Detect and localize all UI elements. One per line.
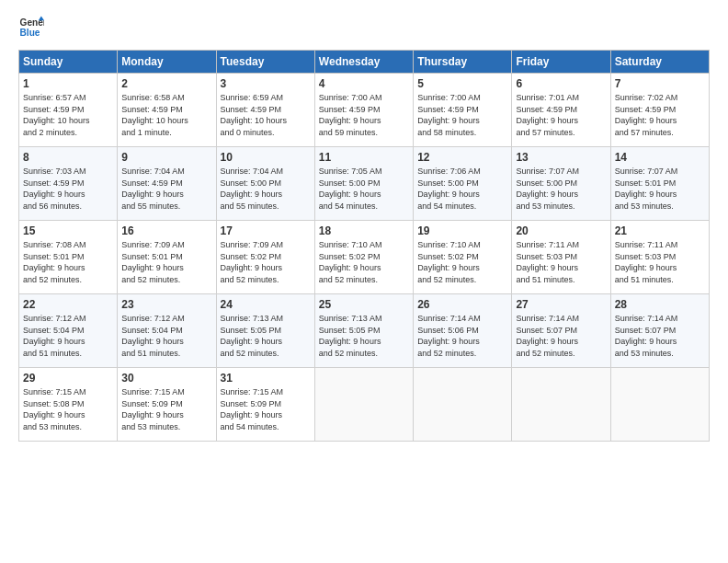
day-number: 28	[615, 298, 705, 311]
day-number: 18	[319, 224, 409, 237]
calendar-cell: 12Sunrise: 7:06 AMSunset: 5:00 PMDayligh…	[414, 147, 512, 221]
calendar-cell: 20Sunrise: 7:11 AMSunset: 5:03 PMDayligh…	[512, 221, 610, 294]
day-info: Sunrise: 6:59 AMSunset: 4:59 PMDaylight:…	[221, 92, 311, 138]
day-info: Sunrise: 7:15 AMSunset: 5:09 PMDaylight:…	[221, 386, 311, 432]
day-info: Sunrise: 7:07 AMSunset: 5:01 PMDaylight:…	[615, 166, 705, 212]
day-info: Sunrise: 7:09 AMSunset: 5:02 PMDaylight:…	[221, 239, 311, 285]
logo-icon: General Blue	[18, 15, 44, 40]
calendar-cell: 2Sunrise: 6:58 AMSunset: 4:59 PMDaylight…	[118, 74, 216, 147]
day-number: 9	[121, 151, 211, 164]
day-info: Sunrise: 7:06 AMSunset: 5:00 PMDaylight:…	[417, 166, 507, 212]
day-number: 21	[615, 224, 705, 237]
calendar-cell: 9Sunrise: 7:04 AMSunset: 4:59 PMDaylight…	[118, 147, 216, 221]
calendar-cell: 30Sunrise: 7:15 AMSunset: 5:09 PMDayligh…	[118, 368, 216, 442]
calendar-cell: 18Sunrise: 7:10 AMSunset: 5:02 PMDayligh…	[314, 221, 413, 294]
calendar-cell: 14Sunrise: 7:07 AMSunset: 5:01 PMDayligh…	[610, 147, 709, 221]
day-info: Sunrise: 7:13 AMSunset: 5:05 PMDaylight:…	[221, 313, 311, 359]
calendar-week-row: 8Sunrise: 7:03 AMSunset: 4:59 PMDaylight…	[19, 147, 710, 221]
day-number: 4	[319, 77, 409, 90]
weekday-header: Sunday	[19, 51, 118, 74]
weekday-header: Tuesday	[216, 51, 314, 74]
day-info: Sunrise: 7:15 AMSunset: 5:09 PMDaylight:…	[121, 386, 211, 432]
day-number: 24	[221, 298, 311, 311]
weekday-header: Friday	[512, 51, 610, 74]
day-info: Sunrise: 7:00 AMSunset: 4:59 PMDaylight:…	[319, 92, 409, 138]
calendar-cell: 19Sunrise: 7:10 AMSunset: 5:02 PMDayligh…	[414, 221, 512, 294]
day-number: 7	[615, 77, 705, 90]
calendar-cell: 25Sunrise: 7:13 AMSunset: 5:05 PMDayligh…	[314, 294, 413, 368]
day-number: 19	[417, 224, 507, 237]
calendar-cell: 11Sunrise: 7:05 AMSunset: 5:00 PMDayligh…	[314, 147, 413, 221]
day-number: 23	[121, 298, 211, 311]
calendar-cell: 29Sunrise: 7:15 AMSunset: 5:08 PMDayligh…	[19, 368, 118, 442]
header-row: SundayMondayTuesdayWednesdayThursdayFrid…	[19, 51, 710, 74]
day-info: Sunrise: 6:58 AMSunset: 4:59 PMDaylight:…	[121, 92, 211, 138]
calendar-cell: 23Sunrise: 7:12 AMSunset: 5:04 PMDayligh…	[118, 294, 216, 368]
day-number: 25	[319, 298, 409, 311]
calendar-cell	[512, 368, 610, 442]
day-info: Sunrise: 7:12 AMSunset: 5:04 PMDaylight:…	[121, 313, 211, 359]
weekday-header: Saturday	[610, 51, 709, 74]
calendar-cell: 28Sunrise: 7:14 AMSunset: 5:07 PMDayligh…	[610, 294, 709, 368]
page: General Blue SundayMondayTuesdayWednesda…	[0, 0, 728, 563]
day-number: 6	[516, 77, 606, 90]
day-info: Sunrise: 7:07 AMSunset: 5:00 PMDaylight:…	[516, 166, 606, 212]
day-info: Sunrise: 7:14 AMSunset: 5:07 PMDaylight:…	[615, 313, 705, 359]
logo: General Blue	[18, 15, 44, 40]
calendar-week-row: 29Sunrise: 7:15 AMSunset: 5:08 PMDayligh…	[19, 368, 710, 442]
calendar-cell: 16Sunrise: 7:09 AMSunset: 5:01 PMDayligh…	[118, 221, 216, 294]
calendar-cell: 31Sunrise: 7:15 AMSunset: 5:09 PMDayligh…	[216, 368, 314, 442]
day-number: 17	[221, 224, 311, 237]
calendar-cell: 13Sunrise: 7:07 AMSunset: 5:00 PMDayligh…	[512, 147, 610, 221]
day-info: Sunrise: 7:11 AMSunset: 5:03 PMDaylight:…	[615, 239, 705, 285]
day-number: 8	[23, 151, 113, 164]
calendar-week-row: 22Sunrise: 7:12 AMSunset: 5:04 PMDayligh…	[19, 294, 710, 368]
day-number: 14	[615, 151, 705, 164]
day-info: Sunrise: 7:10 AMSunset: 5:02 PMDaylight:…	[417, 239, 507, 285]
calendar-cell: 22Sunrise: 7:12 AMSunset: 5:04 PMDayligh…	[19, 294, 118, 368]
calendar-cell: 4Sunrise: 7:00 AMSunset: 4:59 PMDaylight…	[314, 74, 413, 147]
calendar-cell: 7Sunrise: 7:02 AMSunset: 4:59 PMDaylight…	[610, 74, 709, 147]
day-number: 10	[221, 151, 311, 164]
day-info: Sunrise: 7:04 AMSunset: 5:00 PMDaylight:…	[221, 166, 311, 212]
day-info: Sunrise: 7:12 AMSunset: 5:04 PMDaylight:…	[23, 313, 113, 359]
calendar-cell: 26Sunrise: 7:14 AMSunset: 5:06 PMDayligh…	[414, 294, 512, 368]
calendar-cell: 8Sunrise: 7:03 AMSunset: 4:59 PMDaylight…	[19, 147, 118, 221]
day-info: Sunrise: 7:01 AMSunset: 4:59 PMDaylight:…	[516, 92, 606, 138]
calendar-table: SundayMondayTuesdayWednesdayThursdayFrid…	[18, 50, 710, 442]
header: General Blue	[18, 15, 710, 40]
calendar-cell: 24Sunrise: 7:13 AMSunset: 5:05 PMDayligh…	[216, 294, 314, 368]
day-number: 12	[417, 151, 507, 164]
day-number: 27	[516, 298, 606, 311]
day-info: Sunrise: 7:10 AMSunset: 5:02 PMDaylight:…	[319, 239, 409, 285]
day-number: 11	[319, 151, 409, 164]
weekday-header: Thursday	[414, 51, 512, 74]
day-info: Sunrise: 7:02 AMSunset: 4:59 PMDaylight:…	[615, 92, 705, 138]
day-number: 20	[516, 224, 606, 237]
day-info: Sunrise: 7:13 AMSunset: 5:05 PMDaylight:…	[319, 313, 409, 359]
calendar-cell	[414, 368, 512, 442]
day-info: Sunrise: 7:14 AMSunset: 5:07 PMDaylight:…	[516, 313, 606, 359]
calendar-cell: 17Sunrise: 7:09 AMSunset: 5:02 PMDayligh…	[216, 221, 314, 294]
day-number: 15	[23, 224, 113, 237]
day-info: Sunrise: 7:11 AMSunset: 5:03 PMDaylight:…	[516, 239, 606, 285]
day-info: Sunrise: 7:00 AMSunset: 4:59 PMDaylight:…	[417, 92, 507, 138]
day-number: 3	[221, 77, 311, 90]
calendar-cell: 15Sunrise: 7:08 AMSunset: 5:01 PMDayligh…	[19, 221, 118, 294]
calendar-cell: 27Sunrise: 7:14 AMSunset: 5:07 PMDayligh…	[512, 294, 610, 368]
calendar-cell: 10Sunrise: 7:04 AMSunset: 5:00 PMDayligh…	[216, 147, 314, 221]
day-info: Sunrise: 7:03 AMSunset: 4:59 PMDaylight:…	[23, 166, 113, 212]
calendar-cell: 6Sunrise: 7:01 AMSunset: 4:59 PMDaylight…	[512, 74, 610, 147]
day-number: 1	[23, 77, 113, 90]
day-number: 31	[221, 372, 311, 385]
calendar-cell	[314, 368, 413, 442]
day-info: Sunrise: 7:08 AMSunset: 5:01 PMDaylight:…	[23, 239, 113, 285]
calendar-cell	[610, 368, 709, 442]
day-info: Sunrise: 6:57 AMSunset: 4:59 PMDaylight:…	[23, 92, 113, 138]
calendar-week-row: 1Sunrise: 6:57 AMSunset: 4:59 PMDaylight…	[19, 74, 710, 147]
calendar-cell: 1Sunrise: 6:57 AMSunset: 4:59 PMDaylight…	[19, 74, 118, 147]
day-number: 26	[417, 298, 507, 311]
day-number: 2	[121, 77, 211, 90]
weekday-header: Monday	[118, 51, 216, 74]
day-number: 13	[516, 151, 606, 164]
